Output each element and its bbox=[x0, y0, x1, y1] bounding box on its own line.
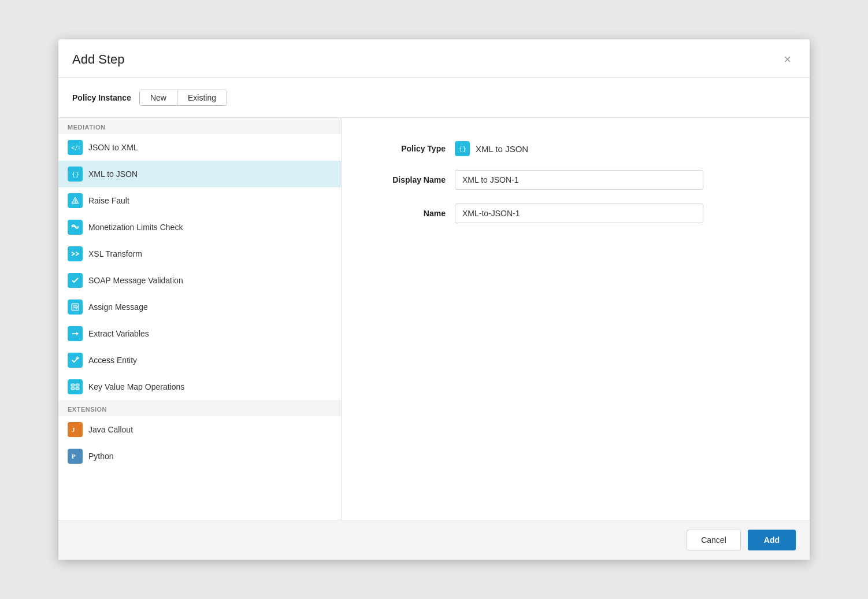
json-to-xml-icon: </> bbox=[68, 140, 83, 155]
display-name-row: Display Name bbox=[370, 170, 781, 190]
xsl-transform-label: XSL Transform bbox=[88, 249, 142, 258]
add-step-dialog: Add Step × Policy Instance New Existing … bbox=[58, 39, 810, 560]
cancel-button[interactable]: Cancel bbox=[687, 530, 741, 550]
python-icon: P bbox=[68, 449, 83, 464]
display-name-label: Display Name bbox=[370, 175, 446, 184]
svg-marker-8 bbox=[76, 332, 79, 335]
key-value-map-label: Key Value Map Operations bbox=[88, 382, 184, 391]
xml-to-json-label: XML to JSON bbox=[88, 169, 138, 179]
new-toggle[interactable]: New bbox=[140, 90, 177, 105]
assign-message-label: Assign Message bbox=[88, 302, 148, 312]
xml-to-json-icon: {} bbox=[68, 167, 83, 182]
policy-item-json-to-xml[interactable]: </> JSON to XML bbox=[58, 134, 341, 161]
policy-instance-row: Policy Instance New Existing bbox=[58, 78, 810, 117]
display-name-input[interactable] bbox=[455, 170, 703, 190]
right-panel: Policy Type {} XML to JSON Display Name bbox=[342, 118, 810, 520]
monetization-label: Monetization Limits Check bbox=[88, 223, 183, 232]
existing-toggle[interactable]: Existing bbox=[177, 90, 227, 105]
policy-type-display: {} XML to JSON bbox=[455, 141, 528, 156]
name-input[interactable] bbox=[455, 204, 703, 223]
soap-validation-label: SOAP Message Validation bbox=[88, 276, 183, 285]
policy-item-java-callout[interactable]: J Java Callout bbox=[58, 416, 341, 443]
section-extension-header: EXTENSION bbox=[58, 400, 341, 416]
policy-item-xsl-transform[interactable]: XSL Transform bbox=[58, 241, 341, 267]
close-button[interactable]: × bbox=[779, 51, 796, 68]
access-entity-icon bbox=[68, 353, 83, 368]
java-callout-label: Java Callout bbox=[88, 425, 133, 434]
access-entity-label: Access Entity bbox=[88, 356, 137, 365]
extension-list: J Java Callout P Python bbox=[58, 416, 341, 469]
policy-item-key-value-map[interactable]: Key Value Map Operations bbox=[58, 374, 341, 400]
json-to-xml-label: JSON to XML bbox=[88, 143, 138, 152]
svg-point-9 bbox=[76, 357, 79, 359]
policy-item-access-entity[interactable]: Access Entity bbox=[58, 347, 341, 374]
dialog-header: Add Step × bbox=[58, 39, 810, 78]
main-content: MEDIATION </> JSON to XML {} bbox=[58, 117, 810, 520]
dialog-title: Add Step bbox=[72, 52, 125, 67]
policy-item-xml-to-json[interactable]: {} XML to JSON bbox=[58, 161, 341, 187]
policy-item-soap-validation[interactable]: SOAP Message Validation bbox=[58, 267, 341, 294]
svg-text:</>: </> bbox=[71, 145, 80, 151]
xsl-transform-icon bbox=[68, 246, 83, 261]
left-panel: MEDIATION </> JSON to XML {} bbox=[58, 118, 342, 520]
svg-text:{}: {} bbox=[72, 171, 79, 178]
svg-text:P: P bbox=[72, 453, 76, 460]
dialog-footer: Cancel Add bbox=[58, 520, 810, 560]
add-button[interactable]: Add bbox=[748, 530, 796, 550]
monetization-icon bbox=[68, 220, 83, 235]
svg-text:{}: {} bbox=[459, 145, 466, 153]
policy-type-row: Policy Type {} XML to JSON bbox=[370, 141, 781, 156]
soap-validation-icon bbox=[68, 273, 83, 288]
java-callout-icon: J bbox=[68, 422, 83, 437]
svg-rect-10 bbox=[71, 384, 75, 386]
policy-instance-label: Policy Instance bbox=[72, 93, 131, 102]
svg-text:!: ! bbox=[75, 198, 76, 204]
extract-variables-icon bbox=[68, 326, 83, 341]
policy-item-extract-variables[interactable]: Extract Variables bbox=[58, 320, 341, 347]
key-value-map-icon bbox=[68, 379, 83, 394]
policy-type-icon: {} bbox=[455, 141, 470, 156]
toggle-group: New Existing bbox=[139, 90, 227, 106]
python-label: Python bbox=[88, 452, 114, 461]
dialog-body: Policy Instance New Existing MEDIATION <… bbox=[58, 78, 810, 520]
svg-text:J: J bbox=[72, 426, 75, 433]
svg-rect-13 bbox=[76, 387, 79, 390]
svg-rect-12 bbox=[71, 387, 75, 390]
policy-item-assign-message[interactable]: Assign Message bbox=[58, 294, 341, 320]
mediation-list: </> JSON to XML {} XML to JSON bbox=[58, 134, 341, 400]
policy-item-monetization[interactable]: Monetization Limits Check bbox=[58, 214, 341, 241]
extract-variables-label: Extract Variables bbox=[88, 329, 149, 338]
svg-rect-11 bbox=[76, 384, 79, 386]
policy-type-value: XML to JSON bbox=[476, 144, 528, 154]
assign-message-icon bbox=[68, 300, 83, 315]
policy-item-raise-fault[interactable]: ! Raise Fault bbox=[58, 187, 341, 214]
raise-fault-label: Raise Fault bbox=[88, 196, 129, 205]
name-label: Name bbox=[370, 209, 446, 218]
policy-type-label: Policy Type bbox=[370, 144, 446, 153]
policy-item-python[interactable]: P Python bbox=[58, 443, 341, 469]
name-row: Name bbox=[370, 204, 781, 223]
section-mediation-header: MEDIATION bbox=[58, 118, 341, 134]
raise-fault-icon: ! bbox=[68, 193, 83, 208]
